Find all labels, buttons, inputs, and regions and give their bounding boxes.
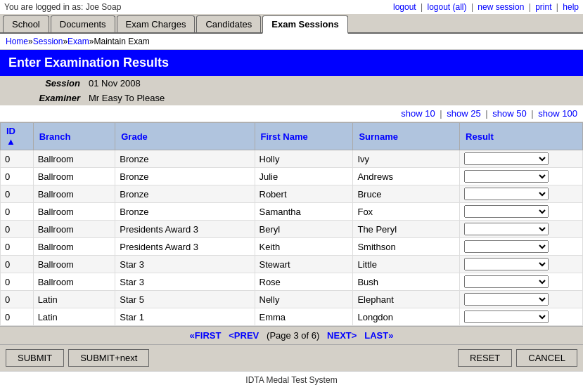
result-select[interactable]: PassFailMeritDistinctionAbsent <box>464 205 549 218</box>
result-select[interactable]: PassFailMeritDistinctionAbsent <box>464 311 549 323</box>
cell-result[interactable]: PassFailMeritDistinctionAbsent <box>460 168 583 185</box>
cell-branch: Ballroom <box>33 221 115 238</box>
tab-exam-charges[interactable]: Exam Charges <box>117 15 196 32</box>
cell-id: 0 <box>1 273 34 291</box>
tab-candidates[interactable]: Candidates <box>196 15 261 32</box>
show-25-link[interactable]: show 25 <box>447 108 480 119</box>
cell-surname: Smithson <box>353 238 460 256</box>
table-row: 0BallroomPresidents Award 3BerylThe Pery… <box>1 221 583 238</box>
cell-id: 0 <box>1 291 34 308</box>
breadcrumb-exam[interactable]: Exam <box>68 37 89 46</box>
cell-result[interactable]: PassFailMeritDistinctionAbsent <box>460 203 583 221</box>
prev-page-link[interactable]: <PREV <box>229 330 259 341</box>
first-page-link[interactable]: «FIRST <box>190 330 222 341</box>
sort-grade-link[interactable]: Grade <box>121 131 148 142</box>
tab-exam-sessions[interactable]: Exam Sessions <box>262 15 347 34</box>
breadcrumb-session[interactable]: Session <box>33 37 63 46</box>
cell-surname: Ivy <box>353 150 460 168</box>
footer: IDTA Medal Test System <box>0 371 583 388</box>
help-link[interactable]: help <box>563 2 579 12</box>
print-link[interactable]: print <box>535 2 551 12</box>
show-100-link[interactable]: show 100 <box>538 108 577 119</box>
breadcrumb: Home»Session»Exam»Maintain Exam <box>0 34 583 50</box>
cancel-button[interactable]: CANCEL <box>516 349 577 367</box>
sort-branch-link[interactable]: Branch <box>39 131 71 142</box>
cell-result[interactable]: PassFailMeritDistinctionAbsent <box>460 185 583 203</box>
table-row: 0LatinStar 5NellyElephantPassFailMeritDi… <box>1 291 583 308</box>
cell-grade: Presidents Award 3 <box>115 221 255 238</box>
tab-bar: School Documents Exam Charges Candidates… <box>0 14 583 34</box>
result-select[interactable]: PassFailMeritDistinctionAbsent <box>464 258 549 270</box>
sort-result-link[interactable]: Result <box>466 131 494 142</box>
table-row: 0BallroomPresidents Award 3KeithSmithson… <box>1 238 583 256</box>
cell-result[interactable]: PassFailMeritDistinctionAbsent <box>460 221 583 238</box>
sort-surname-link[interactable]: Surname <box>359 131 398 142</box>
sort-id-link[interactable]: ID▲ <box>6 126 15 147</box>
new-session-link[interactable]: new session <box>478 2 524 12</box>
cell-surname: Fox <box>353 203 460 221</box>
session-label: Session <box>0 76 84 91</box>
page-header: Enter Examination Results <box>0 50 583 76</box>
cell-grade: Star 1 <box>115 308 255 326</box>
cell-id: 0 <box>1 168 34 185</box>
cell-grade: Star 5 <box>115 291 255 308</box>
cell-surname: Little <box>353 256 460 273</box>
result-select[interactable]: PassFailMeritDistinctionAbsent <box>464 275 549 288</box>
cell-id: 0 <box>1 221 34 238</box>
cell-grade: Star 3 <box>115 273 255 291</box>
page-info: (Page 3 of 6) <box>267 330 319 341</box>
tab-documents[interactable]: Documents <box>51 15 115 32</box>
breadcrumb-home[interactable]: Home <box>6 37 28 46</box>
cell-grade: Bronze <box>115 203 255 221</box>
show-10-link[interactable]: show 10 <box>401 108 435 119</box>
sort-firstname-link[interactable]: First Name <box>261 131 308 142</box>
cell-result[interactable]: PassFailMeritDistinctionAbsent <box>460 256 583 273</box>
cell-firstname: Julie <box>255 168 353 185</box>
result-select[interactable]: PassFailMeritDistinctionAbsent <box>464 240 549 253</box>
footer-text: IDTA Medal Test System <box>245 375 337 385</box>
submit-next-button[interactable]: SUBMIT+next <box>68 349 149 367</box>
reset-button[interactable]: RESET <box>458 349 512 367</box>
cell-grade: Presidents Award 3 <box>115 238 255 256</box>
cell-branch: Ballroom <box>33 256 115 273</box>
col-header-id: ID▲ <box>1 123 34 150</box>
examiner-value: Mr Easy To Please <box>84 91 583 105</box>
show-links: show 10 | show 25 | show 50 | show 100 <box>0 105 583 122</box>
table-row: 0BallroomBronzeHollyIvyPassFailMeritDist… <box>1 150 583 168</box>
cell-result[interactable]: PassFailMeritDistinctionAbsent <box>460 308 583 326</box>
cell-result[interactable]: PassFailMeritDistinctionAbsent <box>460 291 583 308</box>
cell-id: 0 <box>1 185 34 203</box>
breadcrumb-current: Maintain Exam <box>94 37 149 46</box>
info-table: Session 01 Nov 2008 Examiner Mr Easy To … <box>0 76 583 105</box>
result-select[interactable]: PassFailMeritDistinctionAbsent <box>464 293 549 306</box>
logout-link[interactable]: logout <box>393 2 416 12</box>
show-50-link[interactable]: show 50 <box>492 108 526 119</box>
next-page-link[interactable]: NEXT> <box>327 330 357 341</box>
result-select[interactable]: PassFailMeritDistinctionAbsent <box>464 188 549 200</box>
page-title: Enter Examination Results <box>8 55 169 70</box>
cell-result[interactable]: PassFailMeritDistinctionAbsent <box>460 150 583 168</box>
submit-button[interactable]: SUBMIT <box>6 349 64 367</box>
cell-grade: Bronze <box>115 185 255 203</box>
col-header-surname: Surname <box>353 123 460 150</box>
logout-all-link[interactable]: logout (all) <box>428 2 467 12</box>
cell-firstname: Keith <box>255 238 353 256</box>
col-header-grade: Grade <box>115 123 255 150</box>
table-row: 0LatinStar 1EmmaLongdonPassFailMeritDist… <box>1 308 583 326</box>
examiner-label: Examiner <box>0 91 84 105</box>
last-page-link[interactable]: LAST» <box>364 330 393 341</box>
result-select[interactable]: PassFailMeritDistinctionAbsent <box>464 170 549 183</box>
result-select[interactable]: PassFailMeritDistinctionAbsent <box>464 152 549 165</box>
result-select[interactable]: PassFailMeritDistinctionAbsent <box>464 223 549 235</box>
data-table: ID▲ Branch Grade First Name Surname Resu… <box>0 122 583 326</box>
cell-firstname: Robert <box>255 185 353 203</box>
pagination: «FIRST <PREV (Page 3 of 6) NEXT> LAST» <box>0 326 583 344</box>
cell-result[interactable]: PassFailMeritDistinctionAbsent <box>460 273 583 291</box>
cell-id: 0 <box>1 308 34 326</box>
cell-result[interactable]: PassFailMeritDistinctionAbsent <box>460 238 583 256</box>
tab-school[interactable]: School <box>3 15 49 32</box>
cell-firstname: Beryl <box>255 221 353 238</box>
cell-id: 0 <box>1 256 34 273</box>
cell-branch: Ballroom <box>33 185 115 203</box>
table-row: 0BallroomBronzeJulieAndrewsPassFailMerit… <box>1 168 583 185</box>
